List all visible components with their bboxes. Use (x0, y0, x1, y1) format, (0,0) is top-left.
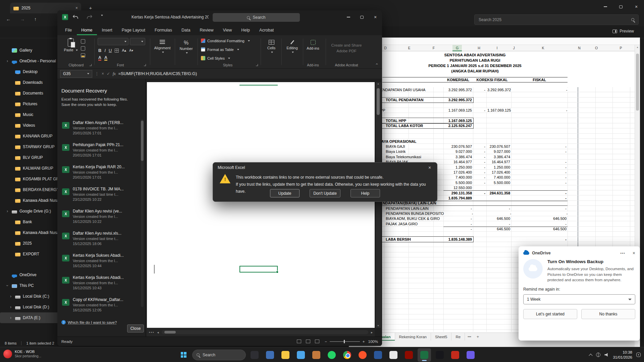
hidden-icons-chevron-icon[interactable] (589, 354, 593, 357)
remind-interval-select[interactable]: 1 Week (523, 294, 635, 304)
column-header[interactable]: D (381, 45, 390, 51)
page-layout-view-icon[interactable] (306, 340, 310, 343)
format-painter-icon[interactable] (81, 53, 85, 60)
redo-button[interactable] (87, 15, 92, 19)
excel-minimize-button[interactable] (342, 10, 355, 24)
taskbar-app-icon[interactable] (325, 348, 338, 362)
scroll-down-icon[interactable]: ▾ (376, 324, 381, 327)
sidebar-item[interactable]: KANAWA GRUP (0, 131, 67, 141)
collapse-ribbon-icon[interactable]: › (374, 63, 379, 65)
zoom-out-icon[interactable]: − (325, 340, 327, 344)
recovered-file-item[interactable]: Daftar Klien Ayu revisi (ve... Version c… (61, 207, 139, 229)
taskbar-app-icon[interactable] (371, 348, 385, 362)
sidebar-item[interactable]: STARWAY GRUP (0, 141, 67, 152)
sidebar-item[interactable]: Downloads (0, 77, 67, 88)
sidebar-item[interactable]: EXPORT (0, 249, 67, 259)
scrollbar-thumb[interactable] (377, 88, 380, 115)
sheet-tab[interactable]: Sheet5 (431, 333, 451, 341)
column-header[interactable]: E (405, 45, 414, 51)
dialog-close-icon[interactable]: × (422, 163, 437, 173)
ribbon-tab[interactable]: File (61, 25, 76, 35)
update-button[interactable]: Update (270, 189, 300, 197)
sidebar-item[interactable]: Gallery (0, 45, 67, 56)
up-button[interactable]: ↑ (34, 16, 37, 22)
dont-update-button[interactable]: Don't Update (310, 189, 340, 197)
ribbon-tab[interactable]: Formulas (150, 25, 176, 35)
underline-button[interactable]: U (109, 48, 112, 53)
sidebar-item[interactable]: KOSAMBI PLAT GRUP (0, 174, 67, 184)
taskbar-app-icon[interactable] (340, 348, 354, 362)
scroll-up-icon[interactable]: ▴ (635, 46, 640, 49)
scrollbar-thumb[interactable] (636, 54, 639, 111)
sidebar-item[interactable]: 2025 (0, 238, 67, 249)
taskbar-search[interactable]: Search (192, 350, 246, 360)
sidebar-item[interactable]: Documents (0, 88, 67, 99)
recovered-file-item[interactable]: Kertas Kerja Pajak RAR 20... Version cre… (61, 163, 139, 185)
taskbar-app-icon[interactable] (310, 348, 323, 362)
column-header[interactable]: O (592, 45, 601, 51)
paste-button[interactable]: Paste (63, 39, 78, 52)
excel-horizontal-scrollbar[interactable]: ••• ◂ ▸ (147, 328, 375, 337)
excel-close-button[interactable]: × (369, 10, 382, 24)
sidebar-item[interactable]: KALWANI GRUP (0, 163, 67, 174)
column-header[interactable]: P (616, 45, 626, 51)
which-file-link[interactable]: ? Which file do I want to save? (61, 320, 117, 324)
sheet-tabs-more[interactable]: ••• (465, 333, 474, 341)
insert-function-icon[interactable]: fx (113, 71, 116, 76)
taskbar-app-icon[interactable] (263, 348, 277, 362)
format-as-table-button[interactable]: Format as Table (201, 47, 239, 52)
sheet-tab[interactable]: Re (451, 333, 465, 341)
widgets-button[interactable]: KOE - WOB Skor pertanding... (3, 349, 41, 358)
taskbar-app-icon[interactable] (402, 348, 416, 362)
fill-color-icon[interactable]: A (98, 56, 101, 61)
chevron-icon[interactable] (9, 315, 13, 320)
cut-icon[interactable] (81, 39, 85, 46)
font-name-combobox[interactable] (98, 38, 128, 45)
hscroll-thumb[interactable] (164, 331, 176, 334)
recovered-file-item[interactable]: Kertas Kerja Sukses Abadi... Version cre… (61, 251, 139, 274)
font-size-combobox[interactable] (130, 38, 145, 45)
sidebar-item[interactable]: BLV GRUP (0, 152, 67, 163)
normal-view-icon[interactable] (297, 340, 301, 343)
font-dialog-launcher-icon[interactable] (144, 64, 146, 66)
create-share-adobe-pdf-button[interactable]: Create and Share Adobe PDF (328, 43, 365, 54)
sidebar-item[interactable]: BERDAYA ENERGY EN (0, 184, 67, 195)
worksheet-area[interactable] (147, 82, 375, 328)
enter-icon[interactable]: ✓ (107, 71, 110, 76)
ribbon-tab[interactable]: Review (195, 25, 218, 35)
get-started-button[interactable]: Let's get started (523, 309, 577, 319)
ribbon-tab[interactable]: View (218, 25, 236, 35)
sheet-tab[interactable]: Rekening Koran (395, 333, 431, 341)
tab-close-icon[interactable]: × (75, 6, 78, 10)
cancel-icon[interactable]: × (102, 71, 104, 76)
recovered-file-item[interactable]: 0178 INVOICE TB. JM MA... Version create… (61, 185, 139, 207)
notification-bell-icon[interactable] (636, 353, 641, 357)
recovered-file-item[interactable]: Perhitungan Pajak PPh 21... Version crea… (61, 141, 139, 163)
sidebar-item[interactable]: OneDrive - Personal (0, 56, 67, 66)
font-color-icon[interactable]: A (104, 56, 107, 61)
no-thanks-button[interactable]: No thanks (581, 309, 635, 319)
sidebar-item[interactable]: Kanawa Abadi Nusan (0, 227, 67, 238)
more-options-icon[interactable]: ••• (620, 251, 625, 255)
undo-button[interactable] (73, 15, 78, 19)
volume-icon[interactable] (604, 353, 609, 357)
taskbar-app-icon[interactable] (279, 348, 292, 362)
conditional-formatting-button[interactable]: Conditional Formatting (201, 39, 250, 43)
name-box[interactable]: G35 (60, 70, 92, 78)
taskbar-app-icon[interactable] (356, 348, 369, 362)
sidebar-item[interactable]: Music (0, 109, 67, 120)
sidebar-item[interactable]: Local Disk (D:) (0, 302, 67, 312)
recovered-file-item[interactable]: Copy of KKPAnwar_Daftar... Version creat… (61, 296, 139, 318)
clock[interactable]: 10:38 31/01/2026 (613, 350, 632, 360)
styles-dialog-launcher-icon[interactable] (256, 64, 258, 66)
ribbon-tab[interactable]: Home (77, 25, 97, 35)
taskbar-app-icon[interactable] (418, 348, 431, 362)
sidebar-item[interactable]: Local Disk (C:) (0, 291, 67, 302)
forward-button[interactable]: → (20, 16, 25, 22)
more-options-icon[interactable]: ⋮ (95, 71, 99, 76)
scroll-right-icon[interactable]: ▸ (371, 330, 373, 334)
column-header[interactable]: G (452, 45, 462, 51)
column-header[interactable]: I (492, 45, 502, 51)
sidebar-item[interactable]: Bank (0, 217, 67, 227)
editing-button[interactable]: Editing (283, 40, 301, 54)
